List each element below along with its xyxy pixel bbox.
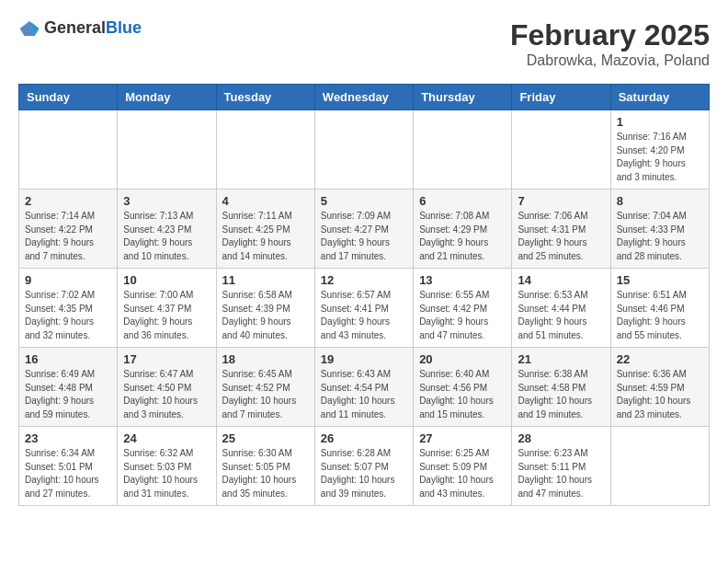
day-number: 15 — [617, 273, 703, 287]
calendar-cell: 12Sunrise: 6:57 AM Sunset: 4:41 PM Dayli… — [314, 269, 413, 348]
calendar-cell: 19Sunrise: 6:43 AM Sunset: 4:54 PM Dayli… — [314, 348, 413, 427]
day-info: Sunrise: 6:51 AM Sunset: 4:46 PM Dayligh… — [617, 289, 703, 342]
header-row: SundayMondayTuesdayWednesdayThursdayFrid… — [19, 85, 710, 110]
calendar: SundayMondayTuesdayWednesdayThursdayFrid… — [18, 84, 710, 506]
day-info: Sunrise: 6:49 AM Sunset: 4:48 PM Dayligh… — [25, 368, 111, 421]
calendar-cell: 24Sunrise: 6:32 AM Sunset: 5:03 PM Dayli… — [118, 427, 216, 506]
day-info: Sunrise: 7:11 AM Sunset: 4:25 PM Dayligh… — [222, 210, 309, 263]
day-info: Sunrise: 6:43 AM Sunset: 4:54 PM Dayligh… — [321, 368, 407, 421]
calendar-cell: 3Sunrise: 7:13 AM Sunset: 4:23 PM Daylig… — [118, 190, 216, 269]
day-header-friday: Friday — [512, 85, 610, 110]
day-info: Sunrise: 6:45 AM Sunset: 4:52 PM Dayligh… — [222, 368, 309, 421]
day-info: Sunrise: 6:25 AM Sunset: 5:09 PM Dayligh… — [419, 447, 506, 500]
subtitle: Dabrowka, Mazovia, Poland — [510, 52, 710, 69]
day-number: 4 — [222, 194, 309, 208]
day-info: Sunrise: 7:13 AM Sunset: 4:23 PM Dayligh… — [123, 210, 210, 263]
day-header-tuesday: Tuesday — [216, 85, 314, 110]
title-area: February 2025 Dabrowka, Mazovia, Poland — [510, 18, 710, 69]
calendar-cell: 25Sunrise: 6:30 AM Sunset: 5:05 PM Dayli… — [216, 427, 314, 506]
calendar-week-4: 16Sunrise: 6:49 AM Sunset: 4:48 PM Dayli… — [19, 348, 710, 427]
calendar-header: SundayMondayTuesdayWednesdayThursdayFrid… — [19, 85, 710, 110]
calendar-cell — [118, 110, 216, 190]
day-info: Sunrise: 7:04 AM Sunset: 4:33 PM Dayligh… — [617, 210, 703, 263]
day-info: Sunrise: 6:28 AM Sunset: 5:07 PM Dayligh… — [321, 447, 407, 500]
day-info: Sunrise: 7:06 AM Sunset: 4:31 PM Dayligh… — [518, 210, 604, 263]
calendar-cell: 18Sunrise: 6:45 AM Sunset: 4:52 PM Dayli… — [216, 348, 314, 427]
day-number: 10 — [123, 273, 210, 287]
logo-general: General — [44, 18, 106, 37]
calendar-cell: 1Sunrise: 7:16 AM Sunset: 4:20 PM Daylig… — [610, 110, 709, 190]
day-number: 16 — [25, 352, 111, 366]
calendar-cell: 13Sunrise: 6:55 AM Sunset: 4:42 PM Dayli… — [414, 269, 512, 348]
day-number: 12 — [321, 273, 407, 287]
day-number: 22 — [617, 352, 703, 366]
calendar-cell — [314, 110, 413, 190]
day-info: Sunrise: 6:57 AM Sunset: 4:41 PM Dayligh… — [321, 289, 407, 342]
day-info: Sunrise: 6:55 AM Sunset: 4:42 PM Dayligh… — [419, 289, 506, 342]
day-info: Sunrise: 6:40 AM Sunset: 4:56 PM Dayligh… — [419, 368, 506, 421]
day-number: 1 — [617, 115, 703, 129]
calendar-cell: 10Sunrise: 7:00 AM Sunset: 4:37 PM Dayli… — [118, 269, 216, 348]
calendar-cell: 11Sunrise: 6:58 AM Sunset: 4:39 PM Dayli… — [216, 269, 314, 348]
day-info: Sunrise: 6:36 AM Sunset: 4:59 PM Dayligh… — [617, 368, 703, 421]
day-info: Sunrise: 6:47 AM Sunset: 4:50 PM Dayligh… — [123, 368, 210, 421]
day-number: 26 — [321, 431, 407, 445]
calendar-cell: 14Sunrise: 6:53 AM Sunset: 4:44 PM Dayli… — [512, 269, 610, 348]
day-info: Sunrise: 6:53 AM Sunset: 4:44 PM Dayligh… — [518, 289, 604, 342]
calendar-cell — [216, 110, 314, 190]
day-header-thursday: Thursday — [414, 85, 512, 110]
day-number: 24 — [123, 431, 210, 445]
day-number: 3 — [123, 194, 210, 208]
calendar-cell: 15Sunrise: 6:51 AM Sunset: 4:46 PM Dayli… — [610, 269, 709, 348]
day-info: Sunrise: 6:30 AM Sunset: 5:05 PM Dayligh… — [222, 447, 309, 500]
calendar-cell — [512, 110, 610, 190]
day-info: Sunrise: 7:00 AM Sunset: 4:37 PM Dayligh… — [123, 289, 210, 342]
day-header-saturday: Saturday — [610, 85, 709, 110]
day-info: Sunrise: 7:02 AM Sunset: 4:35 PM Dayligh… — [25, 289, 111, 342]
calendar-week-1: 1Sunrise: 7:16 AM Sunset: 4:20 PM Daylig… — [19, 110, 710, 190]
day-number: 18 — [222, 352, 309, 366]
calendar-cell: 5Sunrise: 7:09 AM Sunset: 4:27 PM Daylig… — [314, 190, 413, 269]
day-info: Sunrise: 6:23 AM Sunset: 5:11 PM Dayligh… — [518, 447, 604, 500]
calendar-body: 1Sunrise: 7:16 AM Sunset: 4:20 PM Daylig… — [19, 110, 710, 506]
calendar-cell: 8Sunrise: 7:04 AM Sunset: 4:33 PM Daylig… — [610, 190, 709, 269]
day-info: Sunrise: 7:09 AM Sunset: 4:27 PM Dayligh… — [321, 210, 407, 263]
calendar-cell: 6Sunrise: 7:08 AM Sunset: 4:29 PM Daylig… — [414, 190, 512, 269]
calendar-cell: 22Sunrise: 6:36 AM Sunset: 4:59 PM Dayli… — [610, 348, 709, 427]
calendar-cell: 17Sunrise: 6:47 AM Sunset: 4:50 PM Dayli… — [118, 348, 216, 427]
calendar-cell: 16Sunrise: 6:49 AM Sunset: 4:48 PM Dayli… — [19, 348, 118, 427]
day-number: 5 — [321, 194, 407, 208]
calendar-cell: 20Sunrise: 6:40 AM Sunset: 4:56 PM Dayli… — [414, 348, 512, 427]
calendar-week-3: 9Sunrise: 7:02 AM Sunset: 4:35 PM Daylig… — [19, 269, 710, 348]
day-info: Sunrise: 7:08 AM Sunset: 4:29 PM Dayligh… — [419, 210, 506, 263]
day-number: 28 — [518, 431, 604, 445]
day-header-monday: Monday — [118, 85, 216, 110]
main-title: February 2025 — [510, 18, 710, 52]
day-number: 11 — [222, 273, 309, 287]
day-header-wednesday: Wednesday — [314, 85, 413, 110]
logo-icon — [18, 19, 40, 38]
day-number: 27 — [419, 431, 506, 445]
calendar-cell: 21Sunrise: 6:38 AM Sunset: 4:58 PM Dayli… — [512, 348, 610, 427]
day-number: 23 — [25, 431, 111, 445]
day-number: 14 — [518, 273, 604, 287]
calendar-cell — [610, 427, 709, 506]
day-number: 9 — [25, 273, 111, 287]
calendar-cell: 27Sunrise: 6:25 AM Sunset: 5:09 PM Dayli… — [414, 427, 512, 506]
calendar-cell: 9Sunrise: 7:02 AM Sunset: 4:35 PM Daylig… — [19, 269, 118, 348]
calendar-cell: 28Sunrise: 6:23 AM Sunset: 5:11 PM Dayli… — [512, 427, 610, 506]
header: GeneralBlue February 2025 Dabrowka, Mazo… — [18, 18, 710, 69]
day-number: 13 — [419, 273, 506, 287]
calendar-cell: 23Sunrise: 6:34 AM Sunset: 5:01 PM Dayli… — [19, 427, 118, 506]
day-number: 19 — [321, 352, 407, 366]
day-number: 8 — [617, 194, 703, 208]
day-number: 25 — [222, 431, 309, 445]
day-number: 21 — [518, 352, 604, 366]
calendar-cell — [19, 110, 118, 190]
calendar-cell: 4Sunrise: 7:11 AM Sunset: 4:25 PM Daylig… — [216, 190, 314, 269]
day-number: 2 — [25, 194, 111, 208]
logo-blue: Blue — [106, 18, 142, 37]
calendar-cell: 7Sunrise: 7:06 AM Sunset: 4:31 PM Daylig… — [512, 190, 610, 269]
calendar-cell: 26Sunrise: 6:28 AM Sunset: 5:07 PM Dayli… — [314, 427, 413, 506]
calendar-cell — [414, 110, 512, 190]
